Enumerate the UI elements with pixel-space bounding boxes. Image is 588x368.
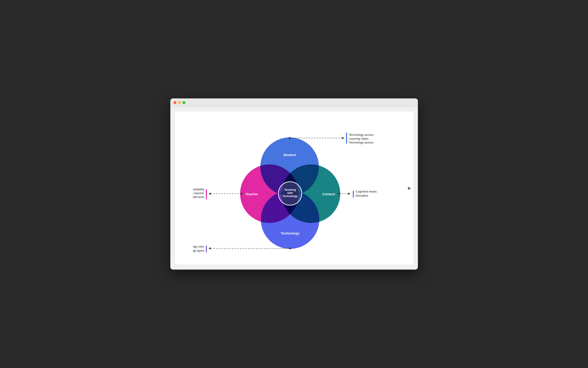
content-arrow-head [348,193,350,195]
teacher-annotation-line2: Role as teacher [193,192,204,195]
diagram-container: .venn-circle { mix-blend-mode: multiply;… [193,123,395,253]
maximize-button[interactable] [182,101,186,104]
student-label: Student [283,153,296,157]
student-annotation-line3: Technology access [349,141,374,144]
teacher-annotation-line3: Technology skill level [193,195,204,199]
next-nav-arrow[interactable]: ▶ [408,185,411,191]
technology-annotation-line1: Technology uses [193,245,204,248]
technology-arrow-head [209,247,211,249]
center-text-line2: with [287,192,293,194]
venn-diagram-svg: .venn-circle { mix-blend-mode: multiply;… [193,123,395,253]
student-dot [289,137,291,139]
content-dot [338,193,340,194]
app-window: .venn-circle { mix-blend-mode: multiply;… [170,98,418,270]
technology-dot [289,248,291,249]
teacher-label: Teacher [245,192,258,196]
close-button[interactable] [173,101,176,104]
teacher-arrow-head [209,193,211,195]
center-text-line1: Teaching [284,188,296,192]
content-annotation-line1: Coginitive levels [356,190,377,193]
content-label: Content [322,192,335,196]
minimize-button[interactable] [178,101,181,104]
teacher-annotation-line1: Time availability [193,188,204,191]
center-text-line3: Technology [282,194,297,198]
student-annotation-line1: Technology access [349,133,374,137]
technology-annotation-line2: Technology types [193,249,204,252]
student-annotation-line2: Learning styles [349,137,369,140]
technology-label: Technology [281,231,300,235]
titlebar [170,98,418,107]
main-content: .venn-circle { mix-blend-mode: multiply;… [175,111,413,265]
content-annotation-line2: Discipline [356,194,368,197]
teacher-dot [241,193,243,194]
student-arrow-head [342,137,344,139]
